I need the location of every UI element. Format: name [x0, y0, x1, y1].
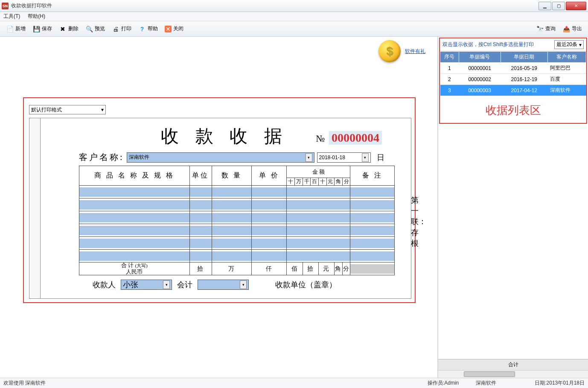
- item-row[interactable]: [79, 224, 395, 237]
- item-row[interactable]: [79, 186, 395, 198]
- col-customer[interactable]: 客户名称: [547, 52, 586, 63]
- preview-icon: 🔍: [85, 25, 93, 33]
- customer-label: 客户名称:: [79, 152, 124, 163]
- date-combo[interactable]: 2018-01-18 ▾: [317, 152, 371, 163]
- payee-value: 小张: [123, 280, 138, 290]
- accountant-combo[interactable]: ▾: [198, 280, 249, 290]
- save-icon: 💾: [32, 25, 40, 33]
- list-row[interactable]: 2000000022016-12-19百度: [440, 74, 586, 85]
- new-icon: 📄: [6, 25, 14, 33]
- gift-link[interactable]: 软件有礼: [405, 48, 425, 55]
- receipt-document: 收 款 收 据 № 00000004 客户名称: 深南软件 ▾ 2018-01-…: [29, 118, 411, 299]
- stamp-label: 收款单位（盖章）: [275, 280, 337, 290]
- scrollbar-thumb[interactable]: [464, 371, 515, 377]
- menu-tools[interactable]: 工具(T): [3, 13, 20, 20]
- save-label: 保存: [42, 25, 52, 32]
- chevron-down-icon: ▾: [362, 153, 369, 162]
- payee-label: 收款人: [93, 280, 116, 290]
- col-amount: 金 额: [287, 166, 350, 178]
- app-icon: SN: [2, 3, 9, 9]
- col-seq[interactable]: 序号: [440, 52, 459, 63]
- receipt-list-pane: 双击显示收据，按Ctrl Shift多选批量打印 最近20条 ▾ 序号 单据编号…: [438, 37, 588, 378]
- coin-icon: $: [378, 40, 401, 62]
- status-bar: 欢迎使用 深南软件 操作员:Admin 深南软件 日期:2013年01月18日: [0, 378, 588, 388]
- status-operator: 操作员:Admin: [428, 379, 459, 387]
- preview-label: 预览: [95, 25, 105, 32]
- preview-button[interactable]: 🔍 预览: [82, 24, 108, 34]
- status-company: 深南软件: [476, 379, 496, 387]
- save-button[interactable]: 💾 保存: [29, 24, 55, 34]
- binoculars-icon: 🔭: [536, 25, 544, 33]
- print-icon: 🖨: [112, 25, 119, 33]
- window-title: 收款收据打印软件: [11, 2, 538, 9]
- col-doc-date[interactable]: 单据日期: [501, 52, 547, 63]
- export-icon: 📤: [562, 25, 570, 33]
- print-button[interactable]: 🖨 打印: [108, 24, 135, 34]
- close-icon: ✕: [165, 26, 172, 32]
- col-remark: 备 注: [350, 166, 395, 186]
- day-label: 日: [377, 152, 384, 163]
- customer-combo[interactable]: 深南软件 ▾: [127, 152, 314, 163]
- chevron-down-icon: ▾: [163, 280, 170, 289]
- export-button[interactable]: 📤 导出: [559, 24, 585, 34]
- menu-bar: 工具(T) 帮助(H): [0, 12, 588, 21]
- help-icon: ?: [138, 25, 146, 33]
- menu-help[interactable]: 帮助(H): [28, 13, 45, 20]
- receipt-list-table: 序号 单据编号 单据日期 客户名称 1000000012016-05-19阿里巴…: [440, 51, 586, 96]
- export-label: 导出: [572, 25, 582, 32]
- accountant-label: 会计: [177, 280, 192, 290]
- receipt-list-frame: 双击显示收据，按Ctrl Shift多选批量打印 最近20条 ▾ 序号 单据编号…: [439, 38, 587, 124]
- toolbar: 📄 新增 💾 保存 ✖ 删除 🔍 预览 🖨 打印 ? 帮助 ✕ 关闭 🔭 查询 …: [0, 21, 588, 37]
- delete-button[interactable]: ✖ 删除: [55, 24, 82, 34]
- status-welcome: 欢迎使用 深南软件: [3, 379, 46, 387]
- document-ruler: [29, 118, 41, 298]
- receipt-no-label: №: [316, 133, 325, 144]
- chevron-down-icon: ▾: [306, 153, 312, 162]
- total-label: 合 计 (大写) 人民币: [79, 263, 190, 275]
- list-hint: 双击显示收据，按Ctrl Shift多选批量打印: [442, 41, 553, 48]
- customer-value: 深南软件: [129, 154, 149, 161]
- item-row[interactable]: [79, 211, 395, 224]
- search-label: 查询: [545, 25, 556, 32]
- maximize-button[interactable]: ▢: [552, 2, 565, 10]
- print-label: 打印: [121, 25, 131, 32]
- help-button[interactable]: ? 帮助: [135, 24, 161, 34]
- list-row[interactable]: 3000000032017-04-12深南软件: [440, 85, 586, 96]
- close-window-button[interactable]: ✕: [566, 2, 586, 10]
- chevron-down-icon: ▾: [579, 42, 582, 48]
- list-area-label: 收据列表区: [440, 96, 586, 120]
- delete-label: 删除: [68, 25, 79, 32]
- col-product: 商 品 名 称 及 规 格: [79, 166, 190, 186]
- minimize-button[interactable]: ▁: [539, 2, 551, 10]
- col-qty: 数 量: [212, 166, 251, 186]
- col-price: 单 价: [251, 166, 287, 186]
- title-bar: SN 收款收据打印软件 ▁ ▢ ✕: [0, 0, 588, 12]
- col-unit: 单位: [189, 166, 212, 186]
- payee-combo[interactable]: 小张 ▾: [121, 280, 172, 290]
- item-row[interactable]: [79, 250, 395, 263]
- sum-row: 合计: [438, 359, 588, 370]
- new-button[interactable]: 📄 新增: [3, 24, 29, 34]
- horizontal-scrollbar[interactable]: [438, 370, 588, 378]
- print-format-value: 默认打印格式: [31, 106, 62, 114]
- chevron-down-icon: ▾: [240, 280, 247, 289]
- list-row[interactable]: 1000000012016-05-19阿里巴巴: [440, 63, 586, 74]
- status-date: 日期:2013年01月18日: [535, 379, 585, 387]
- receipt-no-value[interactable]: 00000004: [329, 131, 382, 145]
- receipt-items-table: 商 品 名 称 及 规 格 单位 数 量 单 价 金 额 备 注 十 万 千 百…: [79, 166, 395, 275]
- receipt-pane: $ 软件有礼 收据信息区 默认打印格式 ▾ 收 款 收 据 № 00000004…: [0, 37, 438, 378]
- close-label: 关闭: [173, 25, 183, 32]
- search-button[interactable]: 🔭 查询: [533, 24, 559, 34]
- help-label: 帮助: [148, 25, 158, 32]
- close-button[interactable]: ✕ 关闭: [161, 24, 187, 34]
- delete-icon: ✖: [59, 25, 67, 33]
- new-label: 新增: [15, 25, 26, 32]
- copy-side-text: 第一联：存 根: [411, 195, 419, 249]
- date-value: 2018-01-18: [319, 155, 345, 160]
- item-row[interactable]: [79, 237, 395, 250]
- chevron-down-icon: ▾: [101, 107, 104, 113]
- print-format-select[interactable]: 默认打印格式 ▾: [29, 105, 106, 114]
- col-doc-no[interactable]: 单据编号: [459, 52, 501, 63]
- recent-select[interactable]: 最近20条 ▾: [554, 40, 584, 49]
- item-row[interactable]: [79, 198, 395, 211]
